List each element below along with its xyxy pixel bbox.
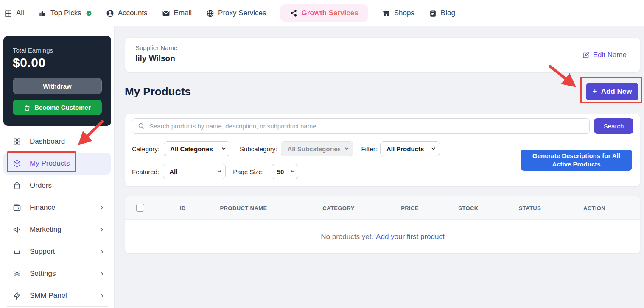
gear-icon — [13, 269, 21, 278]
page-size-select[interactable]: 50 — [272, 164, 298, 179]
table-header-row: ID PRODUCT NAME CATEGORY PRICE STOCK STA… — [125, 196, 640, 220]
column-header-action: ACTION — [583, 205, 605, 211]
search-button[interactable]: Search — [594, 118, 633, 134]
sidebar-item-label: Dashboard — [30, 137, 65, 146]
nav-item-accounts[interactable]: Accounts — [106, 9, 148, 17]
edit-pencil-icon — [582, 51, 590, 59]
supplier-card: Supplier Name lily Wilson Edit Name — [125, 37, 641, 72]
plus-icon: + — [593, 87, 597, 96]
search-icon — [137, 122, 145, 130]
user-icon — [106, 9, 114, 17]
select-all-checkbox[interactable] — [136, 204, 144, 212]
sidebar-menu: Dashboard My Products Orders Finance — [0, 130, 114, 307]
become-customer-button[interactable]: Become Customer — [13, 100, 102, 115]
column-header-status: STATUS — [519, 205, 541, 211]
column-header-stock: STOCK — [458, 205, 478, 211]
page-size-label: Page Size: — [233, 168, 264, 175]
sidebar-item-label: Finance — [30, 203, 55, 212]
nav-item-email[interactable]: Email — [162, 9, 192, 17]
filter-label: Filter: — [361, 145, 377, 153]
sidebar-item-orders[interactable]: Orders — [3, 175, 111, 197]
total-earnings-label: Total Earnings — [13, 47, 102, 54]
nav-item-growth-services[interactable]: Growth Services — [280, 4, 367, 22]
nav-item-proxy-services[interactable]: Proxy Services — [206, 9, 266, 17]
nav-label: All — [16, 9, 24, 17]
become-customer-label: Become Customer — [34, 104, 91, 111]
supplier-name-label: Supplier Name — [135, 44, 177, 51]
lightning-icon — [13, 291, 21, 300]
sidebar: Total Earnings $0.00 Withdraw Become Cus… — [0, 26, 115, 308]
withdraw-button[interactable]: Withdraw — [13, 78, 102, 94]
blog-icon — [429, 9, 437, 17]
nav-item-shops[interactable]: Shops — [382, 9, 414, 17]
chevron-right-icon — [98, 249, 105, 255]
total-earnings-amount: $0.00 — [13, 55, 102, 70]
verified-check-icon — [86, 11, 92, 16]
add-new-button[interactable]: + Add New — [586, 83, 638, 100]
nav-label: Accounts — [118, 9, 148, 17]
envelope-icon — [162, 9, 170, 17]
category-label: Category: — [132, 145, 160, 153]
megaphone-icon — [13, 225, 21, 234]
nav-label: Top Picks — [50, 9, 81, 17]
column-header-category: CATEGORY — [322, 205, 354, 211]
empty-state-text: No products yet. — [321, 233, 373, 241]
sidebar-item-marketing[interactable]: Marketing — [3, 219, 111, 241]
column-header-id: ID — [180, 205, 186, 211]
nav-label: Blog — [441, 9, 455, 17]
dashboard-grid-icon — [13, 137, 21, 146]
sidebar-item-smm-panel[interactable]: SMM Panel — [3, 285, 111, 307]
sidebar-item-finance[interactable]: Finance — [3, 197, 111, 219]
nav-label: Shops — [394, 9, 414, 17]
wallet-icon — [13, 203, 21, 212]
chevron-right-icon — [98, 205, 105, 211]
subcategory-select[interactable]: All Subcategories — [281, 141, 353, 156]
filter-select[interactable]: All Products — [380, 141, 440, 156]
nav-item-top-picks[interactable]: Top Picks — [39, 9, 92, 17]
sidebar-item-label: Marketing — [30, 225, 62, 234]
add-first-product-link[interactable]: Add your first product — [376, 233, 445, 241]
nav-label: Proxy Services — [218, 9, 266, 17]
top-nav: All Top Picks Accounts Email Proxy Servi… — [0, 0, 644, 26]
edit-name-label: Edit Name — [593, 51, 627, 59]
nav-label: Growth Services — [301, 9, 358, 17]
share-icon — [290, 9, 297, 17]
sidebar-item-label: Support — [30, 247, 55, 256]
chevron-right-icon — [98, 293, 105, 299]
column-header-product-name: PRODUCT NAME — [220, 205, 267, 211]
globe-icon — [206, 9, 214, 17]
add-new-label: Add New — [601, 87, 632, 96]
earnings-card: Total Earnings $0.00 Withdraw Become Cus… — [3, 36, 111, 126]
subcategory-label: Subcategory: — [240, 145, 277, 153]
shopping-bag-icon — [13, 181, 21, 190]
empty-state-row: No products yet. Add your first product — [125, 220, 640, 253]
supplier-name-value: lily Wilson — [135, 54, 177, 63]
shop-icon — [382, 9, 390, 17]
grid-icon — [4, 9, 12, 17]
package-icon — [13, 159, 21, 168]
ticket-icon — [13, 247, 21, 256]
shopping-bag-icon — [24, 104, 31, 111]
edit-name-button[interactable]: Edit Name — [582, 51, 627, 59]
nav-item-all[interactable]: All — [4, 9, 24, 17]
sidebar-item-label: My Products — [30, 159, 70, 168]
featured-label: Featured: — [132, 168, 159, 175]
chevron-right-icon — [98, 227, 105, 233]
search-input[interactable] — [132, 118, 590, 134]
chevron-right-icon — [98, 271, 105, 277]
category-select[interactable]: All Categories — [164, 141, 230, 156]
sidebar-item-dashboard[interactable]: Dashboard — [3, 130, 111, 153]
sidebar-item-my-products[interactable]: My Products — [3, 153, 111, 175]
sidebar-item-label: SMM Panel — [30, 291, 67, 300]
thumbs-up-icon — [39, 9, 47, 17]
nav-item-blog[interactable]: Blog — [429, 9, 455, 17]
sidebar-item-settings[interactable]: Settings — [3, 263, 111, 285]
column-header-price: PRICE — [401, 205, 419, 211]
sidebar-item-label: Orders — [30, 181, 52, 190]
sidebar-item-support[interactable]: Support — [3, 241, 111, 263]
products-table: ID PRODUCT NAME CATEGORY PRICE STOCK STA… — [125, 196, 641, 253]
page-title: My Products — [125, 85, 191, 98]
generate-descriptions-button[interactable]: Generate Descriptions for All Active Pro… — [521, 150, 632, 171]
featured-select[interactable]: All — [163, 164, 226, 179]
sidebar-item-label: Settings — [30, 269, 56, 278]
